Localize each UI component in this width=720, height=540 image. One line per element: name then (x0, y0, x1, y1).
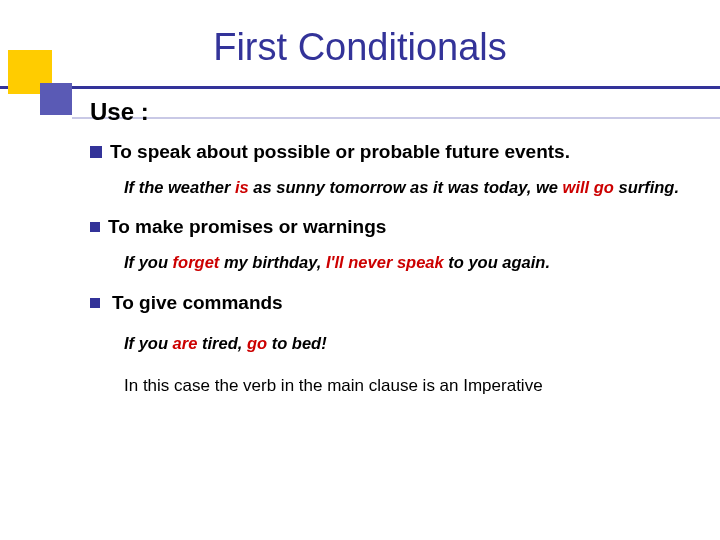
use-heading: Use : (90, 98, 690, 126)
footer-note: In this case the verb in the main clause… (124, 376, 690, 396)
slide-title: First Conditionals (0, 26, 720, 69)
point-1-example: If the weather is as sunny tomorrow as i… (124, 177, 690, 198)
square-bullet-icon (90, 222, 100, 232)
point-3-text: To give commands (112, 291, 283, 316)
point-2-example: If you forget my birthday, I'll never sp… (124, 252, 690, 273)
point-2: To make promises or warnings (90, 215, 690, 240)
square-bullet-icon (90, 146, 102, 158)
point-1: To speak about possible or probable futu… (90, 140, 690, 165)
point-3: To give commands (90, 291, 690, 316)
square-bullet-icon (90, 298, 100, 308)
point-1-text: To speak about possible or probable futu… (110, 140, 570, 165)
accent-square-blue (40, 83, 72, 115)
point-3-example: If you are tired, go to bed! (124, 333, 690, 354)
point-2-text: To make promises or warnings (108, 215, 386, 240)
slide-content: Use : To speak about possible or probabl… (90, 98, 690, 396)
accent-line-top (0, 86, 720, 89)
